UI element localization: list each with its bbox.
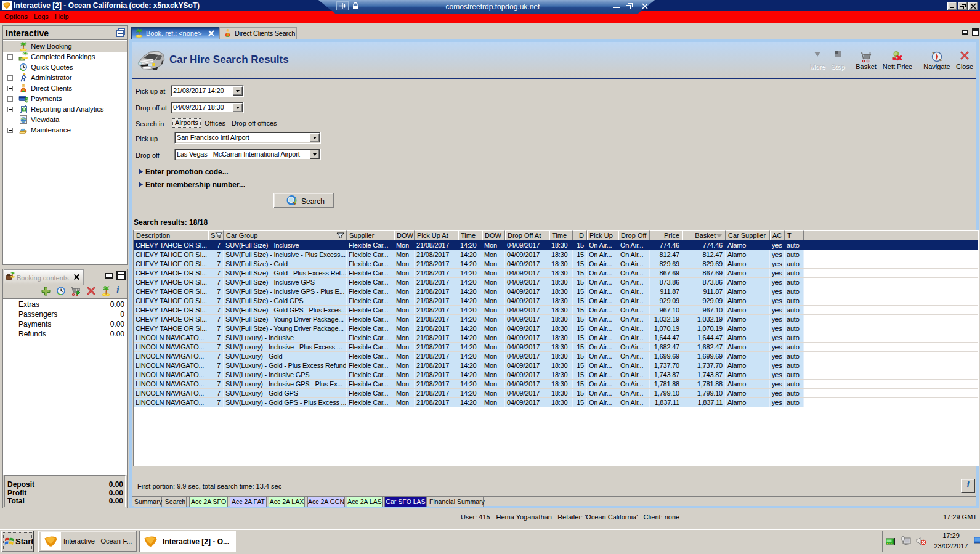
svg-text:$: $ (25, 96, 28, 104)
